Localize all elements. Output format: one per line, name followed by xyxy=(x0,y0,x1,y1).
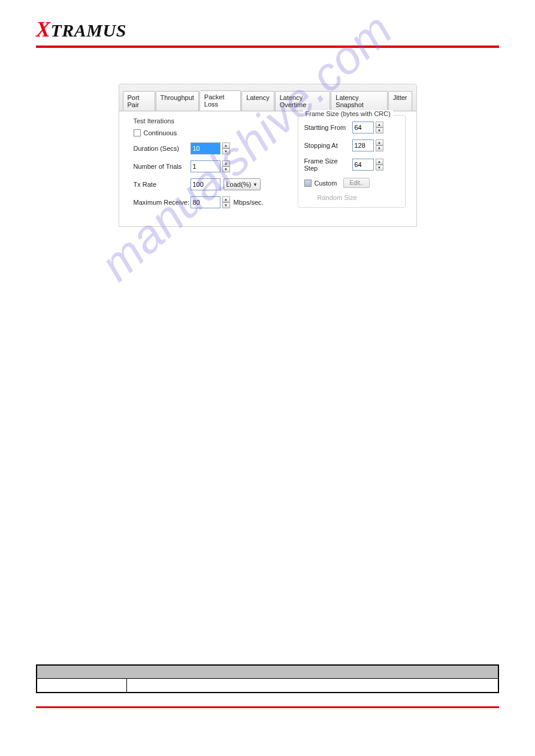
stop-label: Stopping At xyxy=(304,142,352,149)
tab-port-pair[interactable]: Port Pair xyxy=(123,91,155,111)
table-cell-2 xyxy=(127,679,498,692)
row-trials: Number of Trials ▲ ▼ xyxy=(134,160,289,172)
stop-down[interactable]: ▼ xyxy=(376,145,383,151)
trials-input[interactable] xyxy=(191,160,220,172)
group-test-iterations: Test Iterations Continuous Duration (Sec… xyxy=(134,117,289,214)
random-size-label: Random Size xyxy=(318,194,400,201)
custom-label: Custom xyxy=(315,180,343,187)
tab-latency-overtime[interactable]: Latency Overtime xyxy=(275,91,331,111)
row-stop: Stopping At ▲ ▼ xyxy=(304,139,400,151)
step-up[interactable]: ▲ xyxy=(376,159,383,165)
step-down[interactable]: ▼ xyxy=(376,165,383,171)
trials-down[interactable]: ▼ xyxy=(222,166,230,172)
duration-down[interactable]: ▼ xyxy=(222,148,230,154)
stop-up[interactable]: ▲ xyxy=(376,139,383,145)
trials-label: Number of Trials xyxy=(134,163,191,170)
row-txrate: Tx Rate Load(%) ▼ xyxy=(134,178,289,190)
app-window: Port Pair Throughput Packet Loss Latency… xyxy=(119,84,417,227)
row-continuous: Continuous xyxy=(134,129,289,136)
group-frame-size: Frame Size (bytes with CRC) Startting Fr… xyxy=(298,115,406,208)
tab-packet-loss[interactable]: Packet Loss xyxy=(200,90,241,111)
table-cell-1 xyxy=(37,679,127,692)
continuous-label: Continuous xyxy=(144,129,177,136)
txrate-input[interactable] xyxy=(191,178,220,190)
duration-up[interactable]: ▲ xyxy=(222,142,230,148)
start-input[interactable] xyxy=(352,122,374,133)
start-up[interactable]: ▲ xyxy=(376,122,383,127)
step-input[interactable] xyxy=(352,159,374,171)
row-maxrecv: Maximum Receive: ▲ ▼ Mbps/sec. xyxy=(134,196,289,208)
txrate-label: Tx Rate xyxy=(134,181,191,188)
maxrecv-down[interactable]: ▼ xyxy=(222,202,230,208)
footer-rule xyxy=(36,706,499,708)
group-title-iterations: Test Iterations xyxy=(134,117,289,125)
tab-throughput[interactable]: Throughput xyxy=(156,91,199,111)
trials-up[interactable]: ▲ xyxy=(222,160,230,166)
tab-bar: Port Pair Throughput Packet Loss Latency… xyxy=(119,84,416,111)
step-label: Frame Size Step xyxy=(304,157,352,172)
maxrecv-up[interactable]: ▲ xyxy=(222,196,230,202)
row-step: Frame Size Step ▲ ▼ xyxy=(304,157,400,172)
frame-size-legend: Frame Size (bytes with CRC) xyxy=(303,110,393,117)
row-duration: Duration (Secs) ▲ ▼ xyxy=(134,142,289,154)
brand-logo: XTRAMUS xyxy=(36,17,499,42)
bottom-table xyxy=(36,664,499,693)
tab-latency-snapshot[interactable]: Latency Snapshot xyxy=(331,91,387,111)
row-start: Startting From ▲ ▼ xyxy=(304,122,400,133)
txrate-unit-label: Load(%) xyxy=(226,181,252,188)
panel-packet-loss: Test Iterations Continuous Duration (Sec… xyxy=(119,111,416,226)
chevron-down-icon: ▼ xyxy=(253,182,258,187)
maxrecv-input[interactable] xyxy=(191,196,220,208)
txrate-unit-dropdown[interactable]: Load(%) ▼ xyxy=(223,178,261,190)
brand-rest: TRAMUS xyxy=(51,20,126,40)
duration-input[interactable] xyxy=(191,142,220,154)
maxrecv-label: Maximum Receive: xyxy=(134,199,191,206)
header-rule xyxy=(36,45,499,48)
table-row xyxy=(37,679,498,692)
brand-x: X xyxy=(36,17,51,41)
tab-jitter[interactable]: Jitter xyxy=(388,91,412,111)
edit-button[interactable]: Edit.. xyxy=(343,178,370,188)
tab-latency[interactable]: Latency xyxy=(241,91,274,111)
continuous-checkbox[interactable] xyxy=(134,129,141,136)
start-label: Startting From xyxy=(304,124,352,131)
custom-checkbox[interactable] xyxy=(304,180,312,187)
table-header-row xyxy=(37,666,498,679)
stop-input[interactable] xyxy=(352,139,374,151)
row-custom: Custom Edit.. xyxy=(304,178,400,188)
maxrecv-unit: Mbps/sec. xyxy=(234,199,264,206)
duration-label: Duration (Secs) xyxy=(134,145,191,152)
start-down[interactable]: ▼ xyxy=(376,127,383,133)
